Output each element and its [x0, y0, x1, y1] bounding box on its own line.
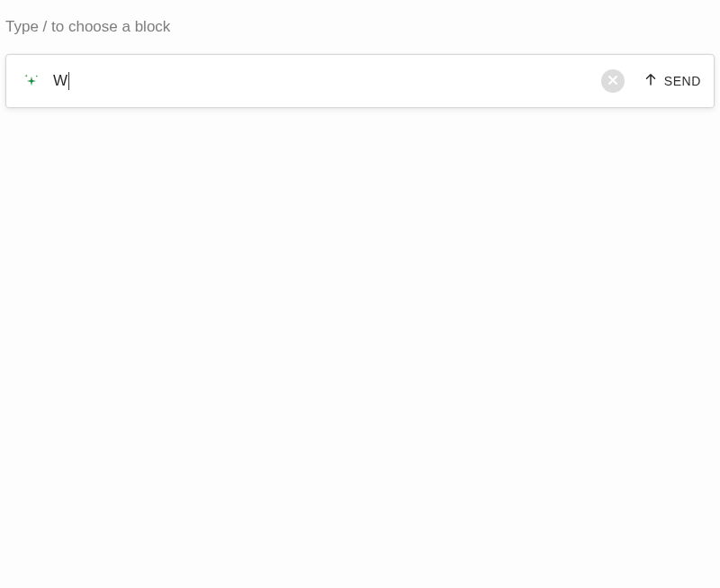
clear-button[interactable] [601, 69, 625, 93]
input-value: W [53, 72, 68, 90]
ai-prompt-input[interactable]: W [53, 72, 589, 90]
arrow-up-icon [643, 71, 659, 91]
block-chooser-hint: Type / to choose a block [0, 0, 720, 36]
text-cursor [68, 72, 69, 90]
ai-input-container: W SEND [5, 54, 715, 108]
close-icon [608, 73, 618, 89]
send-label: SEND [664, 74, 701, 88]
sparkle-icon [22, 72, 40, 90]
send-button[interactable]: SEND [637, 71, 701, 91]
